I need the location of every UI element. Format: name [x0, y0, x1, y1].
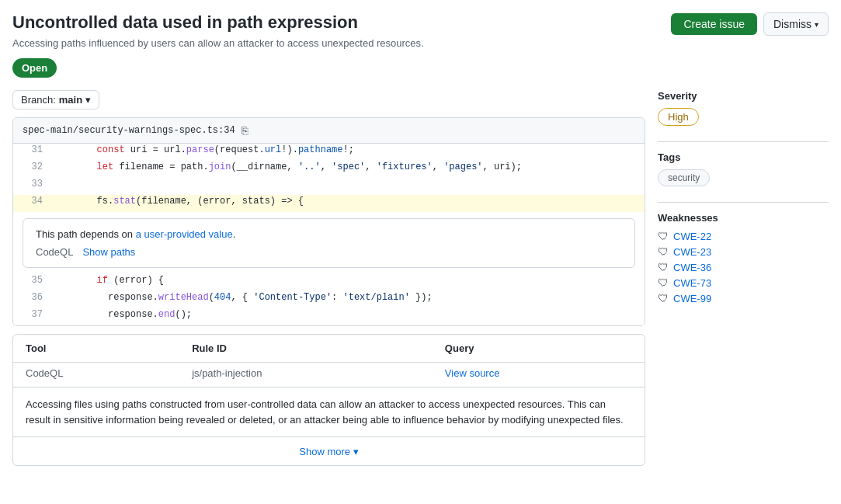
weaknesses-list: 🛡CWE-22🛡CWE-23🛡CWE-36🛡CWE-73🛡CWE-99: [658, 230, 829, 304]
shield-icon: 🛡: [658, 292, 669, 304]
line-code: fs.stat(filename, (error, stats) => {: [52, 195, 645, 207]
code-line: 36 response.writeHead(404, { 'Content-Ty…: [13, 291, 645, 308]
code-line: 32 let filename = path.join(__dirname, '…: [13, 161, 645, 178]
ruleid-value: js/path-injection: [179, 363, 433, 388]
code-line-highlighted: 34 fs.stat(filename, (error, stats) => {: [13, 195, 645, 212]
weakness-link[interactable]: CWE-23: [673, 246, 711, 258]
weakness-link[interactable]: CWE-99: [673, 293, 711, 304]
line-number: 34: [13, 195, 52, 207]
branch-selector[interactable]: Branch: main ▾: [12, 90, 99, 109]
annotation-link[interactable]: a user-provided value: [136, 228, 233, 240]
line-code: response.end();: [52, 308, 645, 321]
line-code: [52, 178, 645, 190]
query-header: Query: [433, 335, 645, 363]
dismiss-button[interactable]: Dismiss ▾: [763, 12, 829, 36]
weakness-item[interactable]: 🛡CWE-23: [658, 245, 829, 258]
query-value[interactable]: View source: [433, 363, 645, 388]
line-number: 32: [13, 161, 52, 173]
weakness-item[interactable]: 🛡CWE-73: [658, 276, 829, 289]
branch-chevron-icon: ▾: [85, 94, 91, 106]
weakness-link[interactable]: CWE-22: [673, 231, 711, 242]
page-subtitle: Accessing paths influenced by users can …: [12, 37, 671, 49]
info-table: Tool Rule ID Query CodeQL js/path-inject…: [13, 335, 645, 387]
info-description: Accessing files using paths constructed …: [13, 387, 645, 436]
weakness-item[interactable]: 🛡CWE-99: [658, 292, 829, 304]
chevron-down-icon: ▾: [815, 20, 818, 29]
line-number: 31: [13, 144, 52, 156]
ruleid-header: Rule ID: [179, 335, 433, 363]
severity-section: Severity High: [658, 90, 829, 126]
branch-name: main: [59, 94, 82, 106]
code-file-path: spec-main/security-warnings-spec.ts:34: [23, 125, 235, 136]
shield-icon: 🛡: [658, 261, 669, 273]
code-line: 37 response.end();: [13, 308, 645, 325]
weaknesses-label: Weaknesses: [658, 212, 829, 224]
divider: [658, 202, 829, 203]
tags-section: Tags security: [658, 151, 829, 186]
tool-header: Tool: [13, 335, 179, 363]
annotation-text: This path depends on a user-provided val…: [36, 228, 622, 240]
sidebar: Severity High Tags security Weaknesses 🛡…: [658, 90, 829, 466]
code-line: 33: [13, 178, 645, 195]
create-issue-button[interactable]: Create issue: [671, 13, 757, 35]
annotation-text-before: This path depends on: [36, 228, 136, 240]
weakness-link[interactable]: CWE-73: [673, 277, 711, 289]
show-more-section: Show more ▾: [13, 436, 645, 465]
open-badge: Open: [12, 58, 57, 78]
line-number: 37: [13, 308, 52, 321]
line-code: response.writeHead(404, { 'Content-Type'…: [52, 291, 645, 304]
code-line: 31 const uri = url.parse(request.url!).p…: [13, 144, 645, 161]
info-panel: Tool Rule ID Query CodeQL js/path-inject…: [12, 334, 645, 466]
line-number: 35: [13, 274, 52, 287]
code-panel: spec-main/security-warnings-spec.ts:34 ⎘…: [12, 117, 645, 326]
severity-badge: High: [658, 108, 699, 126]
shield-icon: 🛡: [658, 276, 669, 289]
code-file-header: spec-main/security-warnings-spec.ts:34 ⎘: [13, 118, 645, 144]
line-number: 33: [13, 178, 52, 190]
show-more-link[interactable]: Show more ▾: [299, 446, 358, 457]
branch-label: Branch:: [21, 94, 56, 106]
line-code: const uri = url.parse(request.url!).path…: [52, 144, 645, 156]
weaknesses-section: Weaknesses 🛡CWE-22🛡CWE-23🛡CWE-36🛡CWE-73🛡…: [658, 212, 829, 304]
tags-label: Tags: [658, 151, 829, 163]
divider: [658, 141, 829, 142]
tool-value: CodeQL: [13, 363, 179, 388]
copy-icon[interactable]: ⎘: [242, 124, 248, 137]
annotation-wrapper: This path depends on a user-provided val…: [13, 212, 645, 274]
shield-icon: 🛡: [658, 245, 669, 258]
tag-badge: security: [658, 169, 710, 186]
severity-label: Severity: [658, 90, 829, 102]
line-code: let filename = path.join(__dirname, '..'…: [52, 161, 645, 173]
weakness-item[interactable]: 🛡CWE-22: [658, 230, 829, 242]
code-line: 35 if (error) {: [13, 274, 645, 291]
annotation-text-after: .: [233, 228, 236, 240]
page-title: Uncontrolled data used in path expressio…: [12, 12, 671, 33]
shield-icon: 🛡: [658, 230, 669, 242]
weakness-link[interactable]: CWE-36: [673, 262, 711, 273]
line-code: if (error) {: [52, 274, 645, 287]
weakness-item[interactable]: 🛡CWE-36: [658, 261, 829, 273]
annotation-box: This path depends on a user-provided val…: [23, 218, 635, 268]
show-more-label: Show more: [299, 446, 350, 457]
line-number: 36: [13, 291, 52, 304]
code-lines: 31 const uri = url.parse(request.url!).p…: [13, 144, 645, 325]
codeql-label: CodeQL: [36, 246, 73, 258]
view-source-link[interactable]: View source: [445, 367, 500, 379]
show-paths-link[interactable]: Show paths: [82, 246, 135, 258]
dismiss-label: Dismiss: [773, 18, 811, 30]
annotation-footer: CodeQL Show paths: [36, 246, 622, 258]
